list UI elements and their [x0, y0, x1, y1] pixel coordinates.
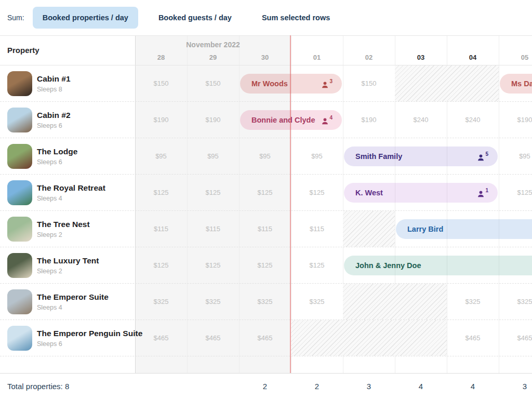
- price-cell[interactable]: $325: [291, 284, 343, 320]
- property-thumbnail: [7, 144, 32, 169]
- property-info[interactable]: The LodgeSleeps 6: [7, 138, 77, 174]
- property-info[interactable]: Cabin #1Sleeps 8: [7, 65, 71, 101]
- booking-pill-mr-woods[interactable]: Mr Woods3: [240, 74, 342, 94]
- price-cell[interactable]: $95: [291, 138, 343, 174]
- price-cell[interactable]: $465: [187, 320, 239, 356]
- property-row-the-lodge: The LodgeSleeps 6$95$95$95$95$95Smith Fa…: [0, 138, 532, 175]
- property-thumbnail: [7, 180, 32, 205]
- day-label-30: 30: [239, 54, 291, 61]
- price-cell[interactable]: $190: [343, 102, 395, 138]
- price-cell[interactable]: $325: [135, 284, 187, 320]
- property-row-the-tree-nest: The Tree NestSleeps 2$115$115$115$115Lar…: [0, 211, 532, 247]
- property-name: The Lodge: [37, 147, 77, 156]
- price-cell[interactable]: $125: [291, 247, 343, 283]
- property-text: The Royal RetreatSleeps 4: [37, 183, 105, 202]
- tab-sum-selected-rows[interactable]: Sum selected rows: [252, 7, 340, 29]
- property-sleeps: Sleeps 4: [37, 304, 109, 311]
- booking-guest-name: Mr Woods: [251, 79, 288, 88]
- property-text: The Emperor SuiteSleeps 4: [37, 292, 109, 311]
- booking-pill-john-jenny-doe[interactable]: John & Jenny Doe: [344, 256, 532, 275]
- price-cell[interactable]: $115: [135, 211, 187, 247]
- sum-cell-day-05: 3: [499, 374, 532, 399]
- price-cell[interactable]: $240: [395, 102, 447, 138]
- day-label-29: 29: [187, 54, 239, 61]
- booking-pill-bonnie-and-clyde[interactable]: Bonnie and Clyde4: [240, 110, 342, 130]
- property-row-the-royal-retreat: The Royal RetreatSleeps 4$125$125$125$12…: [0, 175, 532, 211]
- price-cell[interactable]: $325: [239, 284, 291, 320]
- booking-calendar-app: Sum: Booked properties / dayBooked guest…: [0, 0, 532, 399]
- property-row-cabin-2: Cabin #2Sleeps 6$190$190$190$240$240$190…: [0, 102, 532, 138]
- month-label: November 2022: [135, 41, 291, 49]
- property-text: Cabin #1Sleeps 8: [37, 74, 71, 93]
- property-info[interactable]: The Tree NestSleeps 2: [7, 211, 90, 247]
- price-cell[interactable]: $190: [135, 102, 187, 138]
- price-cell[interactable]: $95: [499, 138, 532, 174]
- tab-booked-guests-day[interactable]: Booked guests / day: [149, 7, 242, 29]
- property-name: Cabin #1: [37, 74, 71, 84]
- property-info[interactable]: The Emperor SuiteSleeps 4: [7, 284, 109, 320]
- price-cell[interactable]: $125: [291, 175, 343, 210]
- tab-booked-properties-day[interactable]: Booked properties / day: [33, 7, 138, 29]
- price-cell[interactable]: $325: [447, 284, 499, 320]
- price-cell[interactable]: $125: [499, 175, 532, 210]
- price-cell[interactable]: $125: [239, 247, 291, 283]
- guest-count: 1: [477, 188, 488, 198]
- price-cell[interactable]: $240: [447, 102, 499, 138]
- price-cell[interactable]: $150: [187, 65, 239, 101]
- property-info[interactable]: Cabin #2Sleeps 6: [7, 102, 71, 138]
- property-name: The Royal Retreat: [37, 183, 105, 193]
- price-cell[interactable]: $95: [239, 138, 291, 174]
- price-cell[interactable]: $465: [447, 320, 499, 356]
- property-row-the-emperor-penguin-suite: The Emperor Penguin SuiteSleeps 6$465$46…: [0, 320, 532, 356]
- day-label-04: 04: [447, 54, 499, 61]
- sum-cell-day-04: 4: [447, 374, 499, 399]
- property-sleeps: Sleeps 2: [37, 268, 99, 275]
- property-name: The Emperor Suite: [37, 292, 109, 302]
- booking-guest-name: K. West: [355, 189, 383, 197]
- price-cell[interactable]: $125: [187, 175, 239, 210]
- blocked-cell: [291, 320, 447, 356]
- guest-icon: [477, 190, 485, 198]
- booking-pill-k-west[interactable]: K. West1: [344, 183, 498, 203]
- property-thumbnail: [7, 217, 32, 242]
- price-cell[interactable]: $150: [135, 65, 187, 101]
- price-cell[interactable]: $125: [239, 175, 291, 210]
- price-cell[interactable]: $150: [343, 65, 395, 101]
- toolbar: Sum: Booked properties / dayBooked guest…: [0, 0, 532, 35]
- property-text: The LodgeSleeps 6: [37, 147, 77, 166]
- blocked-cell: [343, 211, 395, 247]
- guest-count: 3: [321, 79, 332, 89]
- property-text: The Luxury TentSleeps 2: [37, 256, 99, 275]
- property-text: The Emperor Penguin SuiteSleeps 6: [37, 329, 142, 348]
- property-row-cabin-1: Cabin #1Sleeps 8$150$150$150Mr Woods3Ms …: [0, 65, 532, 102]
- day-label-05: 05: [499, 54, 532, 61]
- guest-count: 5: [477, 152, 488, 162]
- booking-pill-ms-dav[interactable]: Ms Dav: [500, 74, 532, 94]
- price-cell[interactable]: $115: [291, 211, 343, 247]
- price-cell[interactable]: $125: [135, 247, 187, 283]
- price-cell[interactable]: $125: [187, 247, 239, 283]
- property-text: The Tree NestSleeps 2: [37, 220, 90, 238]
- property-info[interactable]: The Royal RetreatSleeps 4: [7, 175, 105, 210]
- property-info[interactable]: The Luxury TentSleeps 2: [7, 247, 99, 283]
- price-cell[interactable]: $115: [239, 211, 291, 247]
- booking-pill-larry-bird[interactable]: Larry Bird: [396, 219, 532, 239]
- booking-guest-name: Ms Dav: [511, 79, 532, 88]
- booking-pill-smith-family[interactable]: Smith Family5: [344, 147, 498, 166]
- price-cell[interactable]: $325: [499, 284, 532, 320]
- price-cell[interactable]: $190: [187, 102, 239, 138]
- price-cell[interactable]: $465: [135, 320, 187, 356]
- sum-mode-tabs: Booked properties / dayBooked guests / d…: [33, 7, 340, 29]
- price-cell[interactable]: $465: [239, 320, 291, 356]
- sum-cell-day-28: [135, 374, 187, 399]
- price-cell[interactable]: $125: [135, 175, 187, 210]
- price-cell[interactable]: $325: [187, 284, 239, 320]
- price-cell[interactable]: $95: [187, 138, 239, 174]
- price-cell[interactable]: $190: [499, 102, 532, 138]
- property-info[interactable]: The Emperor Penguin SuiteSleeps 6: [7, 320, 142, 356]
- price-cell[interactable]: $115: [187, 211, 239, 247]
- sum-cell-day-01: 2: [291, 374, 343, 399]
- price-cell[interactable]: $465: [499, 320, 532, 356]
- property-row-the-luxury-tent: The Luxury TentSleeps 2$125$125$125$125J…: [0, 247, 532, 284]
- price-cell[interactable]: $95: [135, 138, 187, 174]
